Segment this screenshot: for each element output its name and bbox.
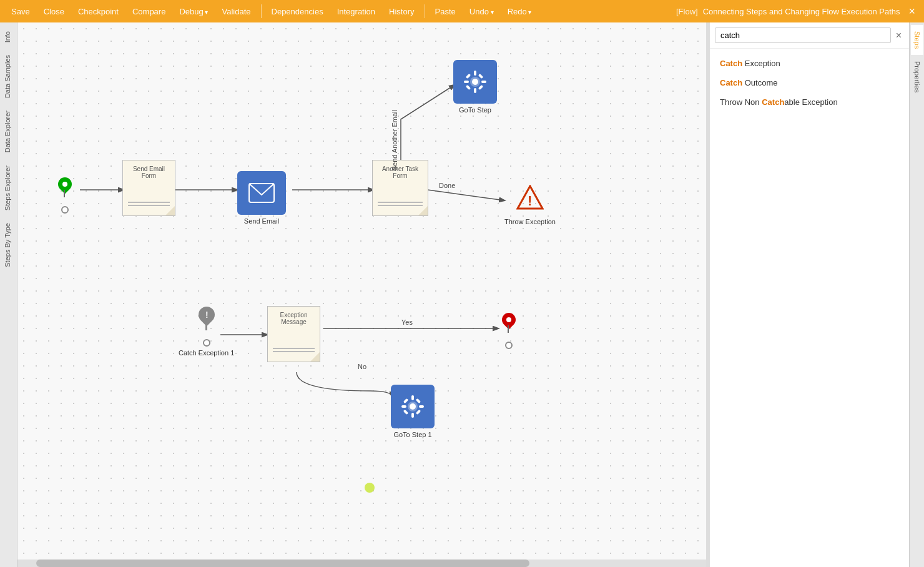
- toolbar-info: [Flow] Connecting Steps and Changing Flo…: [676, 5, 919, 18]
- catch-outcome-highlight: Catch: [720, 78, 742, 87]
- svg-rect-12: [474, 88, 476, 93]
- gear-icon: [463, 69, 488, 94]
- integration-button[interactable]: Integration: [331, 4, 381, 19]
- sidebar-item-info[interactable]: Info: [0, 25, 17, 49]
- catchable-highlight: Catch: [762, 97, 784, 107]
- search-clear-button[interactable]: ×: [893, 30, 904, 41]
- horizontal-scrollbar[interactable]: [17, 560, 709, 567]
- start-pin[interactable]: [56, 177, 74, 214]
- svg-rect-21: [411, 395, 414, 400]
- search-result-throw-non-catchable[interactable]: Throw Non Catchable Exception: [710, 92, 909, 112]
- svg-rect-22: [411, 413, 414, 418]
- left-sidebar: Info Data Samples Data Explorer Steps Ex…: [0, 22, 17, 567]
- throw-exception-label: Throw Exception: [504, 218, 556, 225]
- resize-handle[interactable]: [706, 22, 709, 567]
- sidebar-item-data-explorer[interactable]: Data Explorer: [0, 104, 17, 159]
- search-result-catch-exception[interactable]: Catch Exception: [710, 54, 909, 73]
- sidebar-item-steps-explorer[interactable]: Steps Explorer: [0, 159, 17, 217]
- no-label: No: [358, 363, 366, 370]
- right-tab-strip: Steps Properties: [909, 22, 924, 567]
- svg-rect-13: [464, 81, 469, 83]
- debug-button[interactable]: Debug: [173, 4, 214, 19]
- close-flow-button[interactable]: ×: [905, 5, 919, 18]
- validate-button[interactable]: Validate: [216, 4, 257, 19]
- gear-icon-2: [400, 394, 425, 419]
- yes-label: Yes: [401, 318, 413, 326]
- exception-message-node[interactable]: ExceptionMessage: [267, 306, 320, 362]
- sidebar-item-steps-by-type[interactable]: Steps By Type: [0, 217, 17, 274]
- doc-line-3: [378, 202, 423, 203]
- send-email-form-node[interactable]: Send EmailForm: [122, 160, 175, 216]
- scroll-thumb[interactable]: [36, 560, 529, 567]
- sidebar-item-data-samples[interactable]: Data Samples: [0, 49, 17, 104]
- svg-rect-27: [403, 410, 408, 415]
- svg-rect-28: [416, 410, 421, 415]
- close-button[interactable]: Close: [37, 4, 71, 19]
- email-icon: [248, 182, 275, 204]
- flow-title: Connecting Steps and Changing Flow Execu…: [703, 7, 900, 16]
- svg-text:!: !: [528, 193, 532, 209]
- history-button[interactable]: History: [383, 4, 420, 19]
- send-email-node[interactable]: Send Email: [237, 171, 286, 225]
- send-another-email-label: Send Another Email: [391, 110, 398, 170]
- search-area: ×: [710, 22, 909, 49]
- svg-line-3: [428, 190, 504, 200]
- compare-button[interactable]: Compare: [126, 4, 172, 19]
- redo-button[interactable]: Redo: [501, 4, 538, 19]
- tab-properties[interactable]: Properties: [911, 55, 923, 99]
- warning-icon: !: [516, 185, 544, 210]
- catch-exception-highlight: Catch: [720, 59, 742, 68]
- flow-label: [Flow]: [676, 7, 698, 16]
- catch-exception-1-node[interactable]: ! Catch Exception 1: [179, 307, 234, 357]
- toolbar: Save Close Checkpoint Compare Debug Vali…: [0, 0, 924, 22]
- send-email-form-label: Send EmailForm: [123, 160, 175, 182]
- svg-rect-15: [466, 74, 471, 79]
- connections-svg: [17, 22, 709, 567]
- dependencies-button[interactable]: Dependencies: [265, 4, 330, 19]
- goto-step-1-gear: [391, 385, 435, 428]
- doc-line-1: [128, 202, 170, 203]
- toolbar-separator-1: [261, 4, 262, 18]
- svg-rect-16: [478, 74, 483, 79]
- doc-line-5: [273, 348, 315, 349]
- goto-step-node[interactable]: GoTo Step: [453, 60, 497, 114]
- svg-rect-18: [478, 85, 483, 90]
- svg-rect-14: [481, 81, 486, 83]
- undo-button[interactable]: Undo: [463, 4, 500, 19]
- flow-canvas[interactable]: Send EmailForm Send Email Another TaskFo…: [17, 22, 709, 567]
- goto-step-gear: [453, 60, 497, 104]
- another-task-form-node[interactable]: Another TaskForm: [372, 160, 428, 216]
- svg-rect-24: [419, 405, 424, 408]
- cursor: [365, 483, 375, 493]
- svg-rect-26: [416, 398, 421, 403]
- toolbar-separator-2: [425, 4, 425, 18]
- doc-line-2: [128, 205, 170, 206]
- throw-exception-node[interactable]: ! Throw Exception: [504, 185, 556, 225]
- save-button[interactable]: Save: [5, 4, 36, 19]
- send-email-label: Send Email: [244, 217, 279, 225]
- end-pin-node[interactable]: [500, 313, 518, 349]
- done-label: Done: [439, 182, 455, 189]
- svg-rect-25: [403, 398, 408, 403]
- doc-line-6: [273, 351, 315, 352]
- exception-message-label: ExceptionMessage: [268, 307, 320, 328]
- paste-button[interactable]: Paste: [429, 4, 462, 19]
- tab-steps[interactable]: Steps: [911, 25, 923, 55]
- right-panel: × Catch Exception Catch Outcome Throw No…: [709, 22, 909, 567]
- goto-step-label: GoTo Step: [459, 106, 491, 114]
- svg-point-10: [472, 79, 478, 85]
- search-results: Catch Exception Catch Outcome Throw Non …: [710, 49, 909, 117]
- svg-point-20: [410, 403, 416, 410]
- search-input[interactable]: [715, 27, 891, 43]
- search-result-catch-outcome[interactable]: Catch Outcome: [710, 73, 909, 92]
- catch-exception-1-label: Catch Exception 1: [179, 349, 234, 357]
- goto-step-1-node[interactable]: GoTo Step 1: [391, 385, 435, 438]
- goto-step-1-label: GoTo Step 1: [393, 431, 431, 438]
- main-layout: Info Data Samples Data Explorer Steps Ex…: [0, 22, 924, 567]
- svg-rect-23: [401, 405, 406, 408]
- svg-rect-17: [466, 85, 471, 90]
- checkpoint-button[interactable]: Checkpoint: [72, 4, 125, 19]
- svg-rect-11: [474, 71, 476, 76]
- another-task-form-label: Another TaskForm: [373, 160, 428, 182]
- doc-line-4: [378, 205, 423, 206]
